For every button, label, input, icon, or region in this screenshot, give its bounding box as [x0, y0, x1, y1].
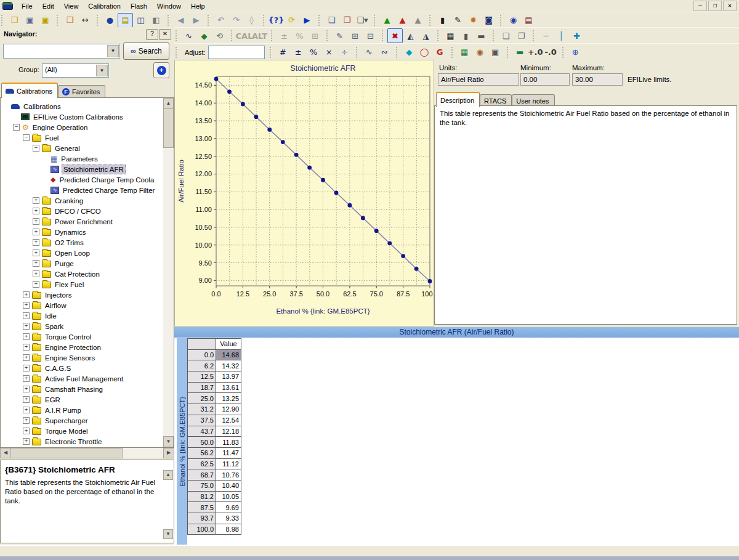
- toolbar-grip[interactable]: [57, 15, 60, 26]
- tree-item-cat-protection[interactable]: +Cat Protection: [1, 269, 174, 279]
- plus-expander-icon[interactable]: +: [33, 281, 39, 288]
- manual-book-button[interactable]: ▤: [521, 13, 536, 28]
- row-header-cell[interactable]: 25.0: [188, 393, 216, 404]
- plus-expander-icon[interactable]: +: [23, 291, 30, 298]
- row-header-cell[interactable]: 37.5: [188, 415, 216, 426]
- vehicle-rear-button[interactable]: ◙: [481, 13, 496, 28]
- sort-descending-button[interactable]: ◮: [418, 28, 434, 43]
- save-as-button[interactable]: ▣: [38, 13, 53, 28]
- plus-expander-icon[interactable]: +: [23, 302, 30, 309]
- tree-item-electronic-throttle[interactable]: +Electronic Throttle: [1, 436, 174, 447]
- toolbar-grip[interactable]: [176, 30, 179, 41]
- toolbar-grip[interactable]: [176, 47, 179, 58]
- tree-item-o2-trims[interactable]: +O2 Trims: [1, 237, 174, 248]
- tree-horizontal-scrollbar[interactable]: ◀ ▶: [0, 448, 174, 458]
- toolbar-grip[interactable]: [318, 15, 321, 26]
- row-header-cell[interactable]: 0.0: [188, 349, 216, 360]
- select-row-button[interactable]: ▬: [474, 28, 489, 43]
- recalculate-button[interactable]: ⟳: [284, 13, 299, 28]
- scroll-down-icon[interactable]: ▼: [163, 529, 173, 539]
- search-combo[interactable]: ▼: [3, 44, 120, 59]
- row-header-cell[interactable]: 75.0: [188, 480, 216, 491]
- toolbar-grip[interactable]: [270, 47, 273, 58]
- scroll-up-icon[interactable]: ▲: [163, 470, 173, 480]
- scroll-up-icon[interactable]: ▲: [163, 98, 174, 109]
- value-cell[interactable]: 8.98: [216, 524, 241, 535]
- minimize-button[interactable]: –: [693, 1, 707, 11]
- tree-item-engine-sensors[interactable]: +Engine Sensors: [1, 352, 174, 363]
- tree-item-predicted-charge-temp-coola[interactable]: ◆Predicted Charge Temp Coola: [1, 174, 174, 185]
- row-header-cell[interactable]: 68.7: [188, 469, 216, 481]
- tree-item-open-loop[interactable]: +Open Loop: [1, 248, 174, 258]
- scroll-left-icon[interactable]: ◀: [0, 448, 11, 458]
- value-cell[interactable]: 10.05: [216, 491, 241, 502]
- tab-calibrations[interactable]: Calibrations: [1, 83, 58, 98]
- plus-expander-icon[interactable]: +: [23, 312, 30, 319]
- tree-item-flex-fuel[interactable]: +Flex Fuel: [1, 279, 174, 290]
- scroll-down-icon[interactable]: ▼: [163, 436, 174, 447]
- row-header-cell[interactable]: 62.5: [188, 458, 216, 469]
- row-header-cell[interactable]: 93.7: [188, 513, 216, 524]
- row-header-cell[interactable]: 43.7: [188, 426, 216, 437]
- toolbar-grip[interactable]: [231, 30, 234, 41]
- tree-item-general[interactable]: −General: [1, 143, 174, 153]
- afr-data-table[interactable]: Value0.014.686.214.3212.513.9718.713.612…: [187, 338, 241, 535]
- toolbar-grip[interactable]: [507, 47, 510, 58]
- plus-expander-icon[interactable]: +: [23, 354, 30, 361]
- map-compare-button[interactable]: ▦: [457, 45, 472, 60]
- selected-value-cell[interactable]: 14.68: [216, 349, 241, 360]
- plus-expander-icon[interactable]: +: [23, 428, 30, 434]
- help-button[interactable]: ◉: [506, 13, 521, 28]
- add-subtract-button[interactable]: ±: [291, 45, 306, 60]
- toolbar-grip[interactable]: [208, 15, 211, 26]
- interpolate-button[interactable]: ◆: [402, 45, 417, 60]
- tab-description[interactable]: Description: [436, 92, 480, 107]
- toolbar-grip[interactable]: [326, 30, 329, 41]
- open-file-button[interactable]: ❒: [7, 13, 22, 28]
- validate-button[interactable]: {?}: [269, 13, 284, 28]
- compare-calibrations-button[interactable]: ↔: [78, 13, 93, 28]
- tree-item-cranking[interactable]: +Cranking: [1, 195, 174, 206]
- view-2d-chart-button[interactable]: ∿: [181, 28, 196, 43]
- menu-flash[interactable]: Flash: [126, 1, 152, 11]
- cal-units-button[interactable]: CAL: [236, 28, 252, 43]
- tree-item-efilive-custom-calibrations[interactable]: EFILive Custom Calibrations: [1, 112, 174, 122]
- toolbar-grip[interactable]: [437, 30, 440, 41]
- plus-expander-icon[interactable]: +: [23, 396, 30, 403]
- plus-expander-icon[interactable]: +: [33, 250, 39, 256]
- smooth-cells-button[interactable]: ∿: [361, 45, 377, 60]
- set-exact-value-button[interactable]: #: [275, 45, 291, 60]
- copy-button[interactable]: ❏: [324, 13, 339, 28]
- discard-changes-button[interactable]: ✖: [387, 28, 403, 43]
- value-cell[interactable]: 13.97: [216, 371, 241, 383]
- tree-item-c-a-g-s[interactable]: +C.A.G.S: [1, 363, 174, 373]
- tree-item-engine-operation[interactable]: −⚙Engine Operation: [1, 122, 174, 132]
- tree-item-supercharger[interactable]: +Supercharger: [1, 415, 174, 426]
- value-cell[interactable]: 12.18: [216, 426, 241, 437]
- minus-expander-icon[interactable]: −: [13, 124, 20, 131]
- row-header-cell[interactable]: 50.0: [188, 437, 216, 448]
- select-all-cells-button[interactable]: ▦: [443, 28, 458, 43]
- value-cell[interactable]: 11.47: [216, 447, 241, 458]
- menu-help[interactable]: Help: [186, 1, 210, 11]
- flip-horizontal-button[interactable]: ─: [538, 28, 554, 43]
- toolbar-grip[interactable]: [493, 30, 496, 41]
- scroll-right-icon[interactable]: ▶: [163, 448, 174, 458]
- show-grid-button[interactable]: ⊞: [307, 28, 323, 43]
- tree-item-engine-protection[interactable]: +Engine Protection: [1, 342, 174, 352]
- value-cell[interactable]: 11.12: [216, 458, 241, 469]
- value-cell[interactable]: 9.69: [216, 502, 241, 513]
- stoichiometric-afr-chart[interactable]: Stoichiometric AFR9.009.5010.0010.5011.0…: [175, 60, 434, 326]
- properties-window-button[interactable]: ◧: [148, 13, 164, 28]
- show-percent-button[interactable]: %: [292, 28, 307, 43]
- adjust-input[interactable]: [208, 46, 265, 59]
- tree-item-spark[interactable]: +Spark: [1, 321, 174, 331]
- value-cell[interactable]: 10.40: [216, 480, 241, 491]
- add-group-button[interactable]: +: [153, 62, 169, 78]
- decrease-decimals-button[interactable]: -.0: [543, 45, 559, 60]
- toolbar-grip[interactable]: [500, 15, 503, 26]
- tree-vertical-scrollbar[interactable]: ▲ ▼: [163, 98, 174, 447]
- search-window-button[interactable]: ◫: [133, 13, 148, 28]
- plus-expander-icon[interactable]: +: [33, 208, 39, 214]
- value-cell[interactable]: 12.54: [216, 415, 241, 426]
